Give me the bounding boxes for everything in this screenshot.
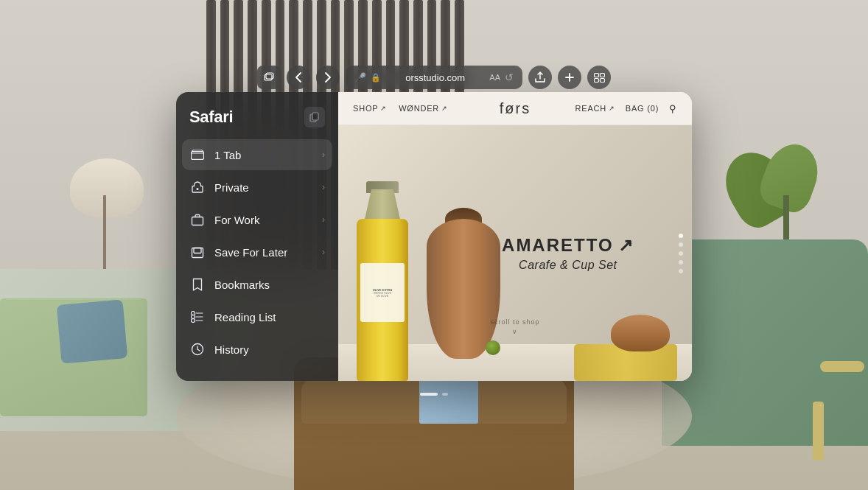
nav-left: SHOP ↗ WØNDER ↗ (353, 104, 448, 113)
site-logo[interactable]: førs (500, 100, 531, 117)
svg-rect-2 (594, 73, 598, 77)
bg-book-1 (419, 379, 478, 424)
sidebar-item-save-label: Save For Later (214, 246, 313, 259)
chevron-right-icon-4: › (322, 247, 325, 257)
svg-rect-12 (194, 248, 201, 253)
nav-shop-arrow: ↗ (380, 105, 387, 112)
hero-bowl (611, 311, 670, 351)
scroll-to-shop: scroll to shop ∨ (490, 318, 539, 335)
scroll-dot-2 (679, 242, 683, 247)
svg-rect-7 (312, 113, 318, 120)
svg-rect-4 (594, 78, 598, 82)
nav-right: REACH ↗ BAG (0) ⚲ (575, 103, 677, 114)
sidebar-item-reading-list-label: Reading List (214, 311, 325, 323)
sidebar-item-reading-list[interactable]: Reading List (182, 301, 332, 332)
hero-title-arrow: ↗ (618, 235, 634, 256)
browser-window: 🎤 🔒 orsstudio.com AA ↺ (176, 63, 692, 381)
scroll-to-shop-text: scroll to shop (490, 318, 539, 326)
add-tab-button[interactable] (558, 66, 581, 89)
bg-pillow (57, 299, 128, 364)
svg-point-14 (192, 315, 195, 319)
sidebar-item-1tab[interactable]: 1 Tab › (182, 139, 332, 170)
safari-title-row: Safari (176, 107, 338, 139)
nav-search-link[interactable]: ⚲ (669, 103, 677, 114)
hero-subtitle: Carafe & Cup Set (502, 259, 634, 272)
scroll-dot-3 (679, 251, 683, 256)
scroll-dot-5 (679, 269, 683, 273)
sidebar-item-private[interactable]: Private › (182, 172, 332, 203)
scroll-dots (679, 234, 683, 273)
window-dot-1 (420, 393, 438, 396)
reading-list-icon (189, 309, 206, 325)
svg-rect-8 (192, 152, 204, 160)
svg-rect-5 (600, 78, 604, 82)
hero-vase (427, 211, 500, 359)
website-nav: SHOP ↗ WØNDER ↗ førs REACH ↗ BAG (0) (338, 92, 692, 125)
back-button[interactable] (287, 66, 310, 89)
scroll-arrow-icon: ∨ (512, 328, 518, 335)
bookmark-icon (189, 276, 206, 293)
private-icon (189, 179, 206, 195)
search-icon: ⚲ (669, 103, 677, 114)
hero-olive (486, 340, 500, 355)
chevron-right-icon: › (322, 150, 325, 160)
tabs-grid-button[interactable] (587, 66, 611, 89)
sidebar-item-history-label: History (214, 343, 325, 356)
bg-lamp-shade (70, 158, 144, 217)
nav-wonder-label: WØNDER (399, 104, 439, 113)
bg-chair-arm (820, 361, 864, 372)
website-panel: SHOP ↗ WØNDER ↗ førs REACH ↗ BAG (0) (338, 92, 692, 381)
svg-point-13 (192, 312, 195, 315)
url-bar[interactable]: 🎤 🔒 orsstudio.com AA ↺ (346, 66, 522, 89)
bg-chair-leg (813, 402, 824, 461)
nav-reach-arrow: ↗ (609, 105, 615, 112)
svg-point-15 (192, 319, 195, 323)
safari-title: Safari (189, 108, 233, 127)
nav-bag-link[interactable]: BAG (0) (626, 104, 659, 113)
save-icon (189, 244, 206, 260)
sidebar-item-bookmarks[interactable]: Bookmarks (182, 269, 332, 300)
bg-chair (662, 239, 868, 446)
nav-reach-link[interactable]: REACH ↗ (575, 104, 615, 113)
refresh-icon[interactable]: ↺ (505, 71, 514, 83)
history-icon (189, 341, 206, 357)
share-button[interactable] (528, 66, 552, 89)
hero-text-block: AMARETTO ↗ Carafe & Cup Set (502, 235, 634, 272)
nav-bag-label: BAG (0) (626, 104, 659, 113)
nav-shop-link[interactable]: SHOP ↗ (353, 104, 387, 113)
sidebar-item-private-label: Private (214, 181, 313, 194)
svg-rect-10 (192, 217, 203, 225)
sidebar-item-save[interactable]: Save For Later › (182, 237, 332, 267)
browser-toolbar: 🎤 🔒 orsstudio.com AA ↺ (176, 63, 692, 92)
sidebar-item-work[interactable]: For Work › (182, 204, 332, 235)
nav-wonder-arrow: ↗ (441, 105, 448, 112)
window-indicator (420, 393, 448, 396)
forward-button[interactable] (316, 66, 340, 89)
url-text: orsstudio.com (385, 72, 485, 83)
website-hero: OLIVE EXTRA VIERGE OLIVE DE OLIVE (338, 125, 692, 381)
sidebar-copy-button[interactable] (304, 107, 325, 127)
hero-title: AMARETTO ↗ (502, 235, 634, 256)
svg-rect-3 (600, 73, 604, 77)
tabs-overview-button[interactable] (257, 66, 281, 89)
mic-icon: 🎤 (354, 72, 366, 83)
window-dot-2 (442, 393, 448, 396)
sidebar-item-history[interactable]: History (182, 334, 332, 365)
safari-sidebar: Safari (176, 92, 338, 381)
sidebar-item-1tab-label: 1 Tab (214, 149, 313, 161)
chevron-right-icon-2: › (322, 182, 325, 192)
work-icon (189, 211, 206, 228)
scroll-dot-1 (679, 234, 683, 238)
chevron-right-icon-3: › (322, 214, 325, 225)
svg-point-9 (197, 188, 199, 190)
sidebar-menu: 1 Tab › Private › (176, 139, 338, 366)
nav-wonder-link[interactable]: WØNDER ↗ (399, 104, 448, 113)
hero-title-text: AMARETTO (502, 235, 614, 256)
lock-icon: 🔒 (371, 73, 381, 83)
hero-bottle: OLIVE EXTRA VIERGE OLIVE DE OLIVE (346, 189, 419, 381)
sidebar-item-bookmarks-label: Bookmarks (214, 279, 325, 291)
nav-reach-label: REACH (575, 104, 607, 113)
aa-button[interactable]: AA (489, 73, 500, 82)
tabs-icon (189, 147, 206, 163)
sidebar-item-work-label: For Work (214, 214, 313, 226)
